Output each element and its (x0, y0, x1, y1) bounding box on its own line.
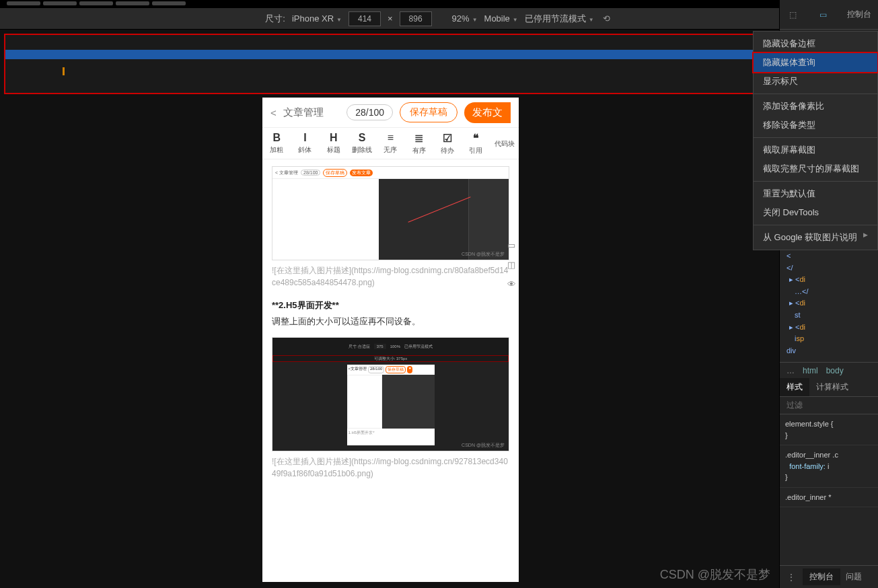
back-label[interactable]: 文章管理 (283, 106, 324, 119)
save-draft-button[interactable]: 保存草稿 (400, 102, 458, 122)
media-marker-left (63, 67, 65, 75)
fmt-无序[interactable]: ≡无序 (376, 128, 404, 159)
media-query-strip (4, 34, 874, 94)
device-toggle-icon[interactable]: ▭ (817, 9, 829, 21)
style-tabs: 样式 计算样式 (780, 378, 878, 397)
section-body: 调整上面的大小可以适应再不同设备。 (272, 316, 509, 328)
menu-item[interactable]: 添加设备像素比 (754, 97, 877, 116)
browser-tabstrip (0, 0, 878, 8)
context-menu: 隐藏设备边框隐藏媒体查询显示标尺添加设备像素比移除设备类型截取屏幕截图截取完整尺… (753, 31, 878, 250)
media-bar[interactable] (5, 50, 873, 59)
shot-watermark: CSDN @脱发不是梦 (462, 251, 505, 258)
menu-item[interactable]: 隐藏媒体查询 (754, 53, 877, 72)
drawer-console-tab[interactable]: 控制台 (803, 568, 840, 585)
shot-counter: 28/100 (301, 170, 320, 176)
image-markdown-2: ![在这里插入图片描述](https://img-blog.csdnimg.cn… (272, 455, 509, 480)
menu-item[interactable]: 从 Google 获取图片说明 (754, 228, 877, 247)
css-rule-1[interactable]: element.style {} (780, 414, 878, 445)
fmt-斜体[interactable]: I斜体 (291, 128, 319, 159)
char-counter: 28/100 (346, 104, 393, 120)
format-toolbar: B加粗I斜体H标题S删除线≡无序≣有序☑待办❝引用代码块 (262, 127, 519, 159)
menu-item[interactable]: 移除设备类型 (754, 116, 877, 135)
crumb-body[interactable]: body (826, 366, 844, 375)
menu-item[interactable]: 隐藏设备边框 (754, 34, 877, 53)
zoom-select[interactable]: 92% (452, 13, 478, 24)
console-tab-label[interactable]: 控制台 (847, 9, 871, 20)
crumb-html[interactable]: html (803, 366, 818, 375)
embedded-screenshot-2: 尺寸:自适应375100%已停用节流模式 可调整大小: 375px <文章管理2… (272, 337, 509, 451)
fmt-引用[interactable]: ❝引用 (462, 128, 490, 159)
menu-item[interactable]: 重置为默认值 (754, 184, 877, 203)
device-toolbar: 尺寸: iPhone XR × 92% Mobile 已停用节流模式 ⟲ ⋮ (0, 8, 878, 30)
back-icon[interactable]: < (270, 107, 277, 118)
shot-pub: 发布文章 (350, 170, 373, 176)
width-input[interactable] (349, 11, 381, 26)
fmt-删除线[interactable]: S删除线 (348, 128, 376, 159)
menu-item[interactable]: 截取完整尺寸的屏幕截图 (754, 159, 877, 178)
device-select[interactable]: iPhone XR (292, 13, 342, 24)
fmt-代码块[interactable]: 代码块 (490, 128, 519, 159)
height-input[interactable] (400, 11, 432, 26)
fmt-待办[interactable]: ☑待办 (433, 128, 462, 159)
fmt-加粗[interactable]: B加粗 (262, 128, 291, 159)
menu-item[interactable]: 关闭 DevTools (754, 203, 877, 222)
rotate-icon[interactable]: ⟲ (601, 13, 613, 25)
css-rule-2[interactable]: .editor__inner .c font-family: i } (780, 445, 878, 488)
dimension-label: 尺寸: (265, 13, 285, 25)
menu-item[interactable]: 截取屏幕截图 (754, 141, 877, 159)
mobile-header: < 文章管理 28/100 保存草稿 发布文 (262, 98, 519, 127)
drawer: ⋮ 控制台 问题 (780, 565, 878, 588)
shot2-toolbar: 尺寸:自适应375100%已停用节流模式 (272, 338, 509, 355)
inspect-icon[interactable]: ⬚ (786, 9, 799, 21)
fmt-有序[interactable]: ≣有序 (405, 128, 433, 159)
fmt-标题[interactable]: H标题 (320, 128, 348, 159)
shot-watermark-2: CSDN @脱发不是梦 (462, 442, 505, 449)
crumb-ellipsis[interactable]: … (786, 366, 795, 375)
image-markdown-1: ![在这里插入图片描述](https://img-blog.csdnimg.cn… (272, 264, 509, 289)
menu-item[interactable]: 显示标尺 (754, 72, 877, 91)
ua-select[interactable]: Mobile (484, 13, 518, 24)
style-filter[interactable]: 过滤 (780, 397, 878, 414)
publish-button[interactable]: 发布文 (464, 102, 511, 123)
throttle-select[interactable]: 已停用节流模式 (525, 13, 594, 25)
shot-draft: 保存草稿 (323, 169, 347, 177)
css-rule-3[interactable]: .editor_inner * (780, 488, 878, 508)
page-watermark: CSDN @脱发不是梦 (660, 566, 770, 583)
drawer-issues-tab[interactable]: 问题 (846, 571, 862, 583)
dom-tree[interactable]: <</▸ <di…</▸ <dist▸ <diispdiv (780, 245, 878, 362)
breadcrumb[interactable]: … html body (780, 362, 878, 378)
columns-icon[interactable]: ◫ (507, 260, 516, 270)
tab-styles[interactable]: 样式 (780, 378, 809, 396)
shot-back: < 文章管理 (275, 170, 298, 176)
mobile-viewport: < 文章管理 28/100 保存草稿 发布文 B加粗I斜体H标题S删除线≡无序≣… (262, 98, 519, 582)
editor-content[interactable]: < 文章管理 28/100 保存草稿 发布文章 CSDN @脱发不是梦 ![在这… (262, 159, 519, 582)
preview-icon[interactable]: 👁 (507, 279, 516, 289)
drawer-kebab-icon[interactable]: ⋮ (785, 571, 797, 583)
layout-icon[interactable]: ▭ (507, 240, 516, 250)
times-icon: × (388, 13, 393, 24)
embedded-screenshot-1: < 文章管理 28/100 保存草稿 发布文章 CSDN @脱发不是梦 (272, 166, 509, 260)
tab-computed[interactable]: 计算样式 (809, 378, 855, 396)
section-title: **2.H5界面开发** (272, 299, 509, 311)
